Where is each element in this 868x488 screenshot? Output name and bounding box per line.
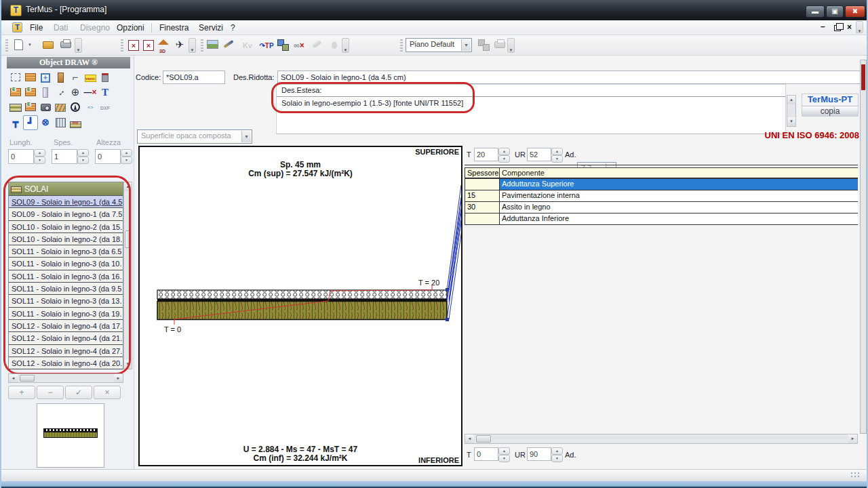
env-bottom-ur-input[interactable]: [527, 447, 551, 461]
floor-heating-tool[interactable]: ≈≈: [68, 115, 83, 130]
menu-disegno[interactable]: Disegno: [77, 22, 113, 33]
scroll-left-icon[interactable]: ◄: [9, 374, 18, 382]
env-top-t-stepper[interactable]: ▲▼: [498, 148, 510, 161]
des-estesa-field[interactable]: Des.Estesa: Solaio in legno-esempio 1 (1…: [276, 84, 786, 134]
right-edge-scrollbar[interactable]: [860, 60, 867, 434]
piano-layers-button[interactable]: [476, 37, 491, 53]
spes-input[interactable]: [52, 149, 77, 164]
lungh-input[interactable]: [8, 149, 34, 164]
section-drawing-canvas[interactable]: Sp. 45 mm Cm (sup) = 27.547 kJ/(m²K) SUP…: [138, 146, 462, 466]
env-top-ur-stepper[interactable]: ▲▼: [551, 148, 563, 161]
unlink-button[interactable]: ∞×: [292, 37, 307, 53]
scroll-right-icon[interactable]: ►: [114, 374, 123, 382]
up-arrow-icon[interactable]: ▲: [551, 148, 563, 155]
altezza-input[interactable]: [95, 149, 121, 164]
print-button[interactable]: [58, 37, 73, 53]
tp-rotate-button[interactable]: ↷TP: [259, 37, 274, 53]
scroll-up-icon[interactable]: ▲: [124, 182, 132, 191]
ramp-tool[interactable]: [53, 100, 68, 115]
codice-input[interactable]: [163, 70, 225, 84]
menu-overflow-button[interactable]: ▼: [856, 21, 863, 33]
camera-tool[interactable]: [38, 100, 53, 115]
table-row[interactable]: 15 Pavimentazione interna: [465, 190, 858, 202]
list-item[interactable]: SOL10 - Solaio in legno-2 (da 18.: [9, 233, 123, 245]
child-minimize-button[interactable]: –: [821, 22, 825, 31]
down-arrow-icon[interactable]: ▼: [498, 155, 510, 163]
env-bottom-ur-field[interactable]: ▲▼: [527, 447, 563, 461]
env-bottom-t-field[interactable]: ▲▼: [474, 447, 510, 461]
des-ridotta-input[interactable]: [277, 70, 861, 84]
down-arrow-icon[interactable]: ▼: [551, 155, 563, 163]
door-tool[interactable]: [53, 70, 68, 85]
spessore-cell[interactable]: 30: [465, 202, 500, 214]
env-top-t-input[interactable]: [474, 148, 498, 161]
scroll-down-icon[interactable]: ▼: [124, 360, 132, 369]
list-item[interactable]: SOL12 - Solaio in legno-4 (da 21.: [9, 332, 123, 344]
down-arrow-icon[interactable]: ▼: [551, 455, 563, 462]
wall-e1-tool[interactable]: [8, 85, 23, 100]
close-button[interactable]: ✖: [845, 5, 865, 18]
wall-e2-tool[interactable]: [23, 85, 38, 100]
spessore-cell[interactable]: [465, 214, 500, 225]
menu-servizi[interactable]: Servizi: [196, 22, 226, 33]
env-bottom-t-input[interactable]: [474, 447, 498, 461]
table-row[interactable]: Adduttanza Superiore: [465, 179, 858, 190]
scrollbar-thumb[interactable]: [20, 375, 35, 382]
list-item[interactable]: SOL12 - Solaio in legno-4 (da 27.: [9, 345, 123, 357]
menu-dati[interactable]: Dati: [51, 22, 71, 33]
env-top-t-field[interactable]: ▲▼: [474, 148, 510, 161]
menu-help[interactable]: ?: [228, 22, 238, 33]
resize-tool[interactable]: ⇔: [83, 100, 98, 115]
piano-select[interactable]: Piano Default ▼: [406, 38, 472, 52]
table-row[interactable]: Adduttanza Inferiore: [465, 214, 858, 225]
new-document-dropdown[interactable]: ▼: [26, 37, 34, 53]
env-top-ur-field[interactable]: ▲▼: [527, 148, 563, 161]
lungh-field[interactable]: ▲▼: [8, 149, 45, 164]
componente-cell[interactable]: Adduttanza Superiore: [500, 179, 858, 190]
close-view-left-button[interactable]: ×: [126, 37, 141, 53]
list-item[interactable]: SOL10 - Solaio in legno-2 (da 15.: [9, 221, 123, 233]
up-arrow-icon[interactable]: ▲: [34, 149, 45, 157]
open-button[interactable]: [41, 37, 56, 53]
center-target-tool[interactable]: ⊕: [68, 85, 83, 100]
solaio-tool[interactable]: [8, 100, 23, 115]
resize-grip[interactable]: [850, 472, 860, 479]
background-image-button[interactable]: [205, 37, 220, 53]
pillar-tool[interactable]: [38, 85, 53, 100]
list-item[interactable]: SOL09 - Solaio in legno-1 (da 4.5: [9, 196, 123, 208]
aerial-view-button[interactable]: ✈: [172, 37, 187, 53]
wall-open-tool[interactable]: [23, 100, 38, 115]
list-item[interactable]: SOL11 - Solaio in legno-3 (da 16.: [9, 270, 123, 283]
add-button[interactable]: +: [8, 386, 35, 399]
list-item[interactable]: SOL11 - Solaio in legno-3 (da 10.: [9, 258, 123, 270]
restore-button[interactable]: ▣: [826, 5, 844, 18]
marquee-select-tool[interactable]: [8, 70, 23, 85]
componente-cell[interactable]: Pavimentazione interna: [500, 190, 858, 202]
child-close-button[interactable]: ×: [847, 22, 852, 32]
up-arrow-icon[interactable]: ▲: [551, 447, 563, 455]
menu-file[interactable]: File: [27, 22, 45, 33]
lungh-stepper[interactable]: ▲▼: [34, 149, 45, 164]
fixture-tool[interactable]: [98, 70, 113, 85]
down-arrow-icon[interactable]: ▼: [77, 157, 89, 164]
up-arrow-icon[interactable]: ▲: [121, 149, 132, 157]
list-item[interactable]: SOL12 - Solaio in legno-4 (da 20.: [9, 357, 123, 369]
radiator-tool[interactable]: [53, 115, 68, 130]
wall-tool[interactable]: [23, 70, 38, 85]
des-estesa-scrollbar[interactable]: ▲ ▼: [787, 95, 796, 127]
dxf-import-tool[interactable]: DXF: [98, 100, 113, 115]
up-arrow-icon[interactable]: ▲: [498, 148, 510, 155]
down-arrow-icon[interactable]: ▼: [498, 455, 510, 462]
droplet-button[interactable]: [327, 37, 342, 53]
up-arrow-icon[interactable]: ▲: [77, 149, 89, 157]
table-hscrollbar[interactable]: ◄ ►: [465, 434, 858, 444]
menu-finestra[interactable]: Finestra: [157, 22, 191, 33]
spes-stepper[interactable]: ▲▼: [77, 149, 89, 164]
componente-cell[interactable]: Adduttanza Inferiore: [500, 214, 858, 225]
layer-transfer-button[interactable]: [275, 37, 290, 53]
env-top-ur-input[interactable]: [527, 148, 551, 161]
list-item[interactable]: SOL09 - Solaio in legno-1 (da 7.5: [9, 208, 123, 220]
new-document-button[interactable]: [11, 37, 26, 53]
list-item[interactable]: SOL12 - Solaio in legno-4 (da 17.: [9, 320, 123, 332]
paint-button[interactable]: [221, 37, 236, 53]
